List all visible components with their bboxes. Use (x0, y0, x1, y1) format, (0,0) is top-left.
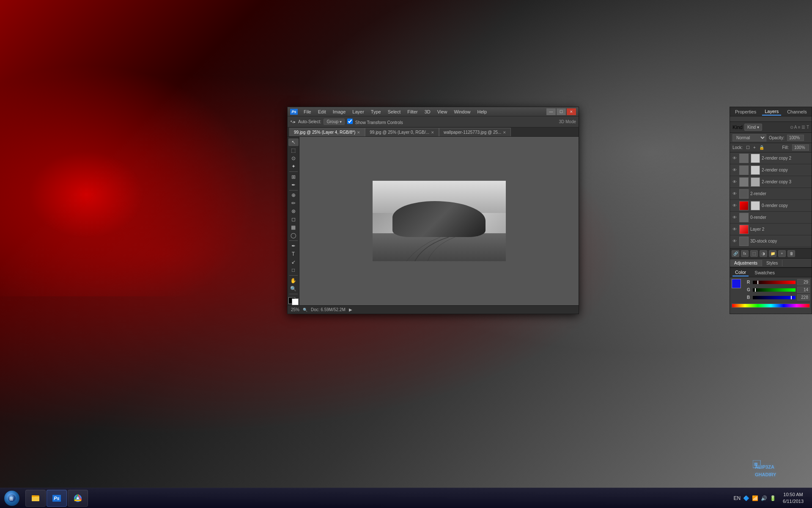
tool-lasso[interactable]: ⊙ (288, 155, 299, 162)
start-button[interactable]: ⊞ (0, 488, 24, 508)
blend-mode-select[interactable]: NormalMultiplyScreenOverlay (732, 134, 766, 141)
tab-channels[interactable]: Channels (785, 108, 809, 115)
layer-visibility-7[interactable]: 👁 (732, 239, 738, 243)
close-button[interactable]: ✕ (567, 108, 576, 115)
color-slider-g[interactable] (753, 288, 796, 292)
menu-filter[interactable]: Filter (404, 108, 421, 115)
tab-styles[interactable]: Styles (762, 260, 782, 266)
filter-kind-dropdown[interactable]: Kind ▾ (744, 124, 762, 131)
new-layer-button[interactable]: + (778, 250, 786, 257)
menu-select[interactable]: Select (384, 108, 404, 115)
svg-text:GHADIRY: GHADIRY (755, 472, 776, 477)
tool-magic-wand[interactable]: ✦ (288, 163, 299, 170)
layer-item-2render-copy3[interactable]: 👁 2-render copy 3 (730, 176, 812, 188)
layers-list[interactable]: 👁 2-render copy 2 👁 2-render copy 👁 2-re… (730, 152, 812, 248)
color-slider-r[interactable] (753, 281, 796, 284)
show-transform-checkbox[interactable] (347, 119, 353, 124)
menu-3d[interactable]: 3D (421, 108, 434, 115)
layer-item-0render[interactable]: 👁 0-render (730, 212, 812, 224)
tab-adjustments[interactable]: Adjustments (730, 260, 762, 266)
ps-canvas[interactable] (299, 137, 579, 305)
lock-all-icon[interactable]: 🔒 (759, 145, 764, 150)
layer-fx-button[interactable]: fx (741, 250, 749, 257)
tool-shape[interactable]: □ (288, 266, 299, 274)
taskbar-photoshop[interactable]: Ps (47, 490, 67, 507)
layer-visibility-3[interactable]: 👁 (732, 191, 738, 196)
adjustments-button[interactable]: ◑ (760, 250, 767, 257)
tool-heal[interactable]: ⊕ (288, 191, 299, 199)
minimize-button[interactable]: — (546, 108, 556, 115)
menu-image[interactable]: Image (329, 108, 349, 115)
menu-edit[interactable]: Edit (315, 108, 329, 115)
menu-layer[interactable]: Layer (349, 108, 368, 115)
tool-path[interactable]: ↙ (288, 258, 299, 266)
layer-item-2render[interactable]: 👁 2-render (730, 188, 812, 200)
fill-input[interactable] (792, 144, 809, 151)
fg-bg-colors[interactable] (288, 297, 299, 306)
menu-help[interactable]: Help (474, 108, 491, 115)
menu-file[interactable]: File (300, 108, 315, 115)
tab-layer4[interactable]: 99.jpg @ 25% (Layer 4, RGB/8*) ✕ (289, 128, 365, 136)
tab-layer0[interactable]: 99.jpg @ 25% (Layer 0, RGB/... ✕ (365, 128, 439, 136)
lock-label: Lock: (732, 145, 743, 150)
menu-window[interactable]: Window (450, 108, 474, 115)
tool-clone[interactable]: ⊛ (288, 207, 299, 215)
color-r-value[interactable]: 29 (797, 279, 810, 285)
auto-select-dropdown[interactable]: Group ▾ (324, 119, 345, 125)
tool-eyedropper[interactable]: ✒ (288, 181, 299, 189)
tool-pen[interactable]: ✒ (288, 242, 299, 250)
layer-item-3dstock-copy[interactable]: 👁 3D-stock copy (730, 235, 812, 247)
tool-text[interactable]: T (288, 250, 299, 258)
layer-item-0render-copy[interactable]: 👁 0-render copy (730, 200, 812, 212)
tab-wallpaper[interactable]: wallpaper-1125773.jpg @ 25... ✕ (439, 128, 511, 136)
tab-layers[interactable]: Layers (762, 108, 781, 116)
background-color[interactable] (292, 298, 299, 305)
color-b-value[interactable]: 228 (797, 294, 810, 301)
tool-dodge[interactable]: ◯ (288, 232, 299, 239)
layer-item-layer2[interactable]: 👁 Layer 2 (730, 224, 812, 235)
ps-statusbar: 25% 🔍 Doc: 6.59M/52.2M ▶ (288, 305, 579, 314)
tab-color[interactable]: Color (732, 269, 749, 276)
tool-crop[interactable]: ⊞ (288, 173, 299, 181)
maximize-button[interactable]: ☐ (557, 108, 566, 115)
tab-close-2[interactable]: ✕ (503, 130, 506, 135)
layer-visibility-0[interactable]: 👁 (732, 156, 738, 160)
opacity-input[interactable] (787, 135, 804, 141)
menu-type[interactable]: Type (368, 108, 384, 115)
opacity-label: Opacity: (769, 135, 785, 140)
color-spectrum-bar[interactable] (732, 304, 810, 308)
color-slider-b[interactable] (753, 296, 796, 299)
canvas-road-lines (373, 229, 506, 261)
link-layers-button[interactable]: 🔗 (732, 250, 739, 257)
lock-move-icon[interactable]: + (753, 145, 756, 150)
menu-view[interactable]: View (434, 108, 451, 115)
layer-visibility-1[interactable]: 👁 (732, 168, 738, 172)
new-group-button[interactable]: 📁 (769, 250, 776, 257)
tool-marquee[interactable]: ⬚ (288, 146, 299, 154)
tab-close-0[interactable]: ✕ (357, 130, 360, 135)
delete-layer-button[interactable]: 🗑 (787, 250, 795, 257)
layer-visibility-6[interactable]: 👁 (732, 227, 738, 232)
layer-visibility-5[interactable]: 👁 (732, 215, 738, 220)
tool-gradient[interactable]: ▦ (288, 224, 299, 231)
tool-zoom[interactable]: 🔍 (288, 285, 299, 293)
layer-item-2render-copy2[interactable]: 👁 2-render copy 2 (730, 152, 812, 164)
layer-visibility-4[interactable]: 👁 (732, 203, 738, 208)
layer-visibility-2[interactable]: 👁 (732, 179, 738, 184)
taskbar-chrome[interactable] (68, 490, 88, 507)
tool-brush[interactable]: ✏ (288, 199, 299, 207)
layer-item-2render-copy[interactable]: 👁 2-render copy (730, 164, 812, 176)
lock-pixel-icon[interactable]: ☐ (746, 145, 750, 150)
clock-area[interactable]: 10:50 AM 6/11/2013 (779, 491, 807, 505)
tool-eraser[interactable]: ◻ (288, 215, 299, 223)
tab-close-1[interactable]: ✕ (431, 130, 434, 135)
tool-hand[interactable]: ✋ (288, 277, 299, 284)
color-g-value[interactable]: 14 (797, 287, 810, 293)
tool-move[interactable]: ↖ (288, 138, 299, 146)
tab-swatches[interactable]: Swatches (752, 269, 777, 276)
color-preview-swatch[interactable] (732, 279, 741, 288)
add-mask-button[interactable]: ⬚ (750, 250, 758, 257)
layers-bottom-controls: 🔗 fx ⬚ ◑ 📁 + 🗑 (730, 248, 812, 258)
tab-properties[interactable]: Properties (732, 108, 759, 115)
taskbar-explorer[interactable] (25, 490, 46, 507)
